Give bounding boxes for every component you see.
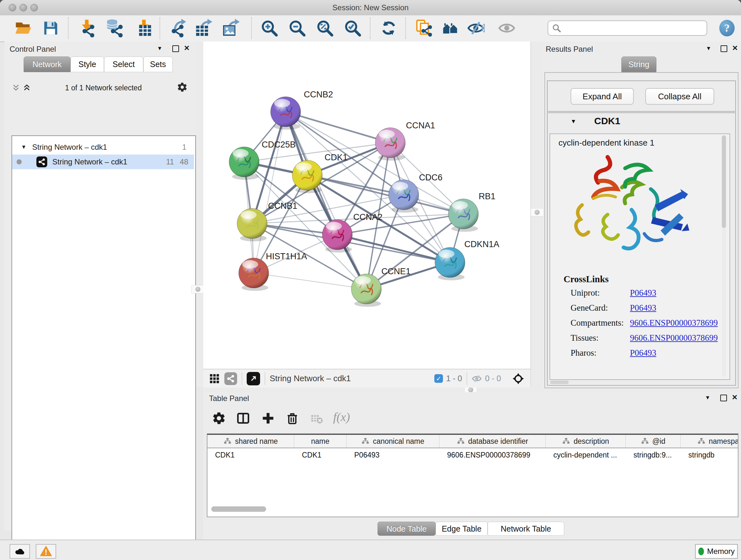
control-panel-float-icon[interactable] — [172, 45, 179, 52]
tab-network-table[interactable]: Network Table — [488, 522, 564, 536]
network-badge-icon[interactable] — [224, 372, 237, 385]
table-panel-close-icon[interactable]: ✕ — [732, 393, 738, 401]
birdseye-crosshair-icon[interactable] — [512, 372, 525, 385]
table-panel-menu-icon[interactable]: ▼ — [705, 395, 711, 401]
table-horizontal-scrollbar-thumb[interactable] — [211, 506, 266, 512]
crosslink-link[interactable]: 9606.ENSP00000378699 — [630, 333, 718, 343]
import-network-database-button[interactable] — [104, 18, 124, 38]
column-header-id[interactable]: @id — [626, 435, 681, 448]
network-node-CDC6[interactable] — [389, 180, 419, 212]
tab-network[interactable]: Network — [23, 57, 71, 72]
tab-node-table[interactable]: Node Table — [378, 522, 435, 536]
control-panel-menu-icon[interactable]: ▼ — [157, 45, 162, 52]
table-panel-float-icon[interactable] — [720, 395, 727, 401]
network-node-HIST1H1A[interactable] — [239, 258, 269, 291]
network-canvas[interactable]: CCNB2CCNA1CDC25BCDK1CDC6RB1CCNB1CCNA2CDK… — [203, 42, 530, 369]
network-node-CCNE1[interactable] — [351, 274, 381, 307]
table-row[interactable]: CDK1CDK1P064939606.ENSP00000378699cyclin… — [207, 448, 738, 462]
grid-view-icon[interactable] — [209, 373, 220, 384]
network-edge-CCNA2-CDKN1A[interactable] — [337, 235, 450, 262]
tab-style[interactable]: Style — [71, 57, 104, 72]
table-cell[interactable]: cyclin-dependent ... — [546, 448, 626, 462]
network-row-selected[interactable]: String Network – cdk1 11 48 — [12, 154, 194, 169]
cloud-tasks-button[interactable] — [10, 544, 30, 559]
network-options-gear-icon[interactable] — [177, 82, 188, 92]
network-edge-HIST1H1A-CCNE1[interactable] — [254, 273, 366, 289]
export-network-button[interactable] — [167, 18, 188, 38]
tab-sets[interactable]: Sets — [143, 57, 173, 72]
column-header-description[interactable]: description — [546, 435, 626, 448]
table-cell[interactable]: P06493 — [347, 448, 440, 462]
right-splitter-handle[interactable] — [531, 208, 543, 216]
zoom-out-button[interactable] — [287, 18, 307, 38]
open-session-button[interactable] — [13, 18, 33, 38]
expand-all-chevrons-icon[interactable] — [22, 84, 31, 92]
control-panel-close-icon[interactable]: ✕ — [184, 44, 190, 52]
results-vertical-scrollbar[interactable] — [722, 135, 726, 377]
results-panel-close-icon[interactable]: ✕ — [732, 44, 738, 52]
search-input[interactable] — [548, 20, 707, 36]
network-node-RB1[interactable] — [448, 199, 478, 232]
export-table-button[interactable] — [193, 18, 213, 38]
delete-column-trash-icon[interactable] — [285, 411, 299, 425]
table-cell[interactable]: stringdb:9... — [626, 448, 681, 462]
results-tab-string[interactable]: String — [621, 57, 657, 72]
node-table[interactable]: shared namenamecanonical namedatabase id… — [207, 434, 738, 517]
scrollbar-thumb[interactable] — [722, 135, 726, 228]
table-options-gear-icon[interactable] — [212, 411, 226, 425]
import-table-file-button[interactable] — [133, 18, 153, 38]
crosslink-link[interactable]: P06493 — [630, 303, 657, 313]
first-neighbors-button[interactable] — [441, 18, 461, 38]
network-edge-CCNB2-HIST1H1A[interactable] — [254, 112, 286, 273]
show-all-button[interactable] — [496, 18, 517, 38]
network-node-CCNA1[interactable] — [375, 128, 405, 161]
hide-selected-button[interactable] — [466, 18, 486, 38]
results-horizontal-scrollbar-thumb[interactable] — [550, 381, 569, 384]
network-node-CDK1[interactable] — [292, 160, 322, 193]
zoom-selected-button[interactable] — [342, 18, 363, 38]
add-column-plus-icon[interactable] — [261, 411, 275, 425]
hidden-eye-slash-icon[interactable] — [472, 374, 482, 384]
column-header-shared-name[interactable]: shared name — [207, 435, 294, 448]
refresh-view-button[interactable] — [379, 18, 399, 38]
column-header-name[interactable]: name — [294, 435, 347, 448]
tab-select[interactable]: Select — [104, 57, 143, 72]
column-header-namespace[interactable]: namespace — [681, 435, 738, 448]
table-cell[interactable]: 9606.ENSP00000378699 — [440, 448, 546, 462]
duplicate-network-button[interactable] — [413, 18, 434, 38]
network-edge-CCNB2-CCNA1[interactable] — [286, 112, 390, 143]
help-button[interactable]: ? — [719, 20, 735, 37]
save-session-button[interactable] — [41, 18, 61, 38]
export-image-button[interactable] — [220, 18, 241, 38]
table-cell[interactable]: CDK1 — [207, 448, 294, 462]
warnings-button[interactable] — [36, 544, 56, 559]
crosslink-link[interactable]: 9606.ENSP00000378699 — [630, 318, 718, 328]
collection-expand-triangle-icon[interactable]: ▼ — [21, 144, 26, 150]
results-panel-menu-icon[interactable]: ▼ — [706, 45, 711, 52]
table-cell[interactable]: stringdb — [681, 448, 738, 462]
column-header-database-identifier[interactable]: database identifier — [440, 435, 546, 448]
detach-view-icon[interactable] — [247, 372, 260, 385]
network-collection-row[interactable]: ▼ String Network – cdk1 1 — [12, 140, 194, 154]
column-header-canonical-name[interactable]: canonical name — [347, 435, 440, 448]
table-cell[interactable]: CDK1 — [294, 448, 347, 462]
left-splitter-handle[interactable] — [192, 285, 204, 294]
gene-collapse-triangle-icon[interactable]: ▼ — [570, 118, 576, 125]
results-panel-float-icon[interactable] — [721, 45, 727, 52]
collapse-all-button[interactable]: Collapse All — [645, 88, 714, 105]
network-node-CCNB1[interactable] — [237, 208, 267, 241]
show-columns-icon[interactable] — [236, 411, 250, 425]
network-view[interactable]: CCNB2CCNA1CDC25BCDK1CDC6RB1CCNB1CCNA2CDK… — [203, 42, 530, 369]
selected-checkbox-icon[interactable]: ✓ — [434, 374, 443, 383]
network-edge-CCNB2-CCNE1[interactable] — [286, 112, 366, 289]
zoom-fit-button[interactable] — [315, 18, 335, 38]
network-node-CDC25B[interactable] — [229, 147, 259, 180]
crosslink-link[interactable]: P06493 — [630, 348, 657, 358]
tab-edge-table[interactable]: Edge Table — [435, 522, 488, 536]
expand-all-button[interactable]: Expand All — [570, 88, 634, 105]
function-builder-icon[interactable]: f(x) — [333, 410, 350, 424]
memory-button[interactable]: Memory — [695, 544, 738, 559]
collapse-all-chevrons-icon[interactable] — [11, 84, 20, 92]
crosslink-link[interactable]: P06493 — [630, 288, 657, 298]
zoom-in-button[interactable] — [259, 18, 280, 38]
